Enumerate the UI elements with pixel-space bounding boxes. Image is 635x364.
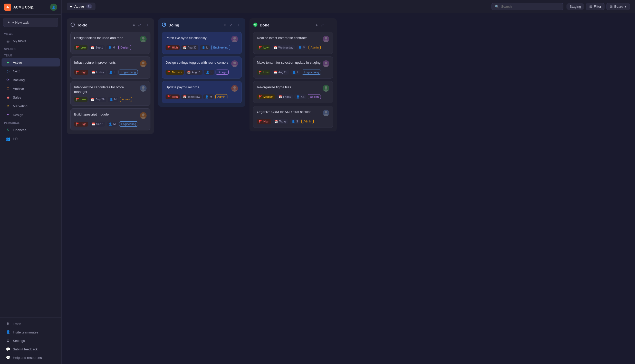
svg-marker-0 — [6, 6, 9, 8]
sidebar-item-finances[interactable]: $ Finances — [2, 126, 60, 134]
design-icon: ✦ — [6, 112, 10, 117]
card-avatar-c5 — [231, 36, 238, 42]
calendar-icon: 📅 — [183, 95, 187, 99]
svg-point-13 — [233, 62, 236, 64]
column-title-done: Done — [260, 23, 314, 27]
card-title-c4: Build typescript module — [74, 112, 140, 117]
card-title-c2: Infrastructure improvements — [74, 60, 140, 65]
priority-tag-c8: 🚩Low — [257, 45, 270, 50]
active-icon: ● — [6, 60, 10, 65]
user-avatar[interactable]: 👤 — [50, 4, 57, 11]
sidebar-item-next[interactable]: ▷ Next — [2, 67, 60, 75]
date-tag-c4: 📅Sep 1 — [90, 122, 105, 127]
settings-icon: ⚙ — [6, 338, 10, 343]
next-icon: ▷ — [6, 69, 10, 73]
card-c6[interactable]: Design settings toggles with round corne… — [162, 56, 242, 79]
card-c3[interactable]: Interview the candidates for office mana… — [70, 81, 150, 106]
svg-point-4 — [142, 62, 145, 64]
svg-point-24 — [325, 111, 327, 113]
sidebar-item-invite[interactable]: 👤 Invite teammates — [2, 328, 60, 336]
sidebar-item-help[interactable]: 💬 Help and resources — [2, 353, 60, 362]
sidebar-item-label: Design — [13, 113, 23, 117]
sidebar-item-design[interactable]: ✦ Design — [2, 111, 60, 119]
card-c11[interactable]: Organize CRM for SDR strat session 🚩High… — [253, 106, 333, 128]
card-top-c4: Build typescript module — [74, 112, 147, 119]
chevron-down-icon: ▾ — [625, 5, 627, 8]
label-tag-c5: Engineering — [211, 45, 230, 50]
card-meta-c7: 🚩High 📅Tomorrow 👤M Admin — [166, 94, 238, 99]
sidebar-item-trash[interactable]: 🗑 Trash — [2, 320, 60, 328]
person-icon: 👤 — [109, 71, 113, 74]
card-c5[interactable]: Patch live-sync functionality 🚩High 📅Aug… — [162, 32, 242, 54]
column-add-todo[interactable]: ＋ — [144, 22, 150, 28]
sidebar-item-marketing[interactable]: ⊕ Marketing — [2, 102, 60, 110]
date-tag-c7: 📅Tomorrow — [181, 94, 202, 99]
column-expand-doing[interactable]: ⤢ — [228, 22, 234, 28]
sidebar-item-backlog[interactable]: ⟳ Backlog — [2, 76, 60, 84]
column-add-doing[interactable]: ＋ — [236, 22, 242, 28]
card-meta-c9: 🚩Low 📅Aug 29 👤L Engineering — [257, 70, 329, 75]
new-task-button[interactable]: ＋ + New task — [3, 18, 58, 27]
card-meta-c10: 🚩Medium 📅Friday 👤XS Design — [257, 94, 329, 99]
sidebar-item-label: Invite teammates — [13, 330, 38, 334]
date-tag-c9: 📅Aug 29 — [272, 70, 289, 75]
sidebar-item-label: HR — [13, 137, 18, 141]
card-c8[interactable]: Redline latest enterprise contracts 🚩Low… — [253, 32, 333, 54]
marketing-icon: ⊕ — [6, 104, 10, 108]
sidebar-item-label: Archive — [13, 87, 24, 91]
search-input[interactable] — [501, 5, 560, 8]
label-tag-c2: Engineering — [119, 70, 138, 75]
column-icon-todo — [70, 22, 75, 28]
card-c1[interactable]: Design tooltips for undo and redo 🚩Low 📅… — [70, 32, 150, 54]
board-button[interactable]: ⊞ Board ▾ — [607, 3, 630, 10]
svg-point-8 — [142, 113, 145, 116]
label-tag-c3: Admin — [120, 97, 132, 102]
priority-tag-c10: 🚩Medium — [257, 94, 275, 99]
sidebar-item-archive[interactable]: ⊡ Archive — [2, 84, 60, 93]
help-icon: 💬 — [6, 355, 10, 360]
sidebar-item-my-tasks[interactable]: ◎ My tasks — [2, 37, 60, 45]
card-c7[interactable]: Update payroll records 🚩High 📅Tomorrow 👤… — [162, 81, 242, 103]
column-add-done[interactable]: ＋ — [327, 22, 333, 28]
team-label: TEAM — [0, 52, 61, 58]
sidebar-item-label: Backlog — [13, 78, 25, 82]
card-avatar-c6 — [231, 60, 238, 67]
sidebar-item-settings[interactable]: ⚙ Settings — [2, 337, 60, 345]
card-top-c2: Infrastructure improvements — [74, 60, 147, 67]
person-icon: 👤 — [206, 71, 209, 74]
card-c4[interactable]: Build typescript module 🚩High 📅Sep 1 👤M — [70, 108, 150, 130]
sidebar-item-feedback[interactable]: 💬 Submit feedback — [2, 345, 60, 353]
column-expand-todo[interactable]: ⤢ — [137, 22, 142, 28]
card-meta-c5: 🚩High 📅Aug 30 👤L Engineering — [166, 45, 238, 50]
person-icon: 👤 — [205, 95, 209, 99]
tab-active-count: 11 — [86, 4, 92, 8]
column-header-done: Done 4 ⤢ ＋ — [253, 22, 333, 28]
label-tag-c8: Admin — [309, 45, 321, 50]
search-bar[interactable]: 🔍 — [492, 3, 563, 10]
sidebar-item-active[interactable]: ● Active — [2, 58, 60, 66]
priority-tag-c7: 🚩High — [166, 94, 180, 99]
flag-icon: 🚩 — [259, 71, 262, 74]
personal-label: PERSONAL — [0, 119, 61, 126]
filter-button[interactable]: ⊟ Filter — [586, 3, 604, 10]
sidebar-item-label: Submit feedback — [13, 347, 38, 351]
tab-active[interactable]: ● Active 11 — [67, 3, 95, 10]
sidebar-item-sales[interactable]: ◆ Sales — [2, 93, 60, 101]
card-top-c3: Interview the candidates for office mana… — [74, 85, 147, 94]
flag-icon: 🚩 — [76, 46, 80, 49]
card-title-c10: Re-organize figma files — [257, 85, 323, 90]
sidebar-item-hr[interactable]: 👥 HR — [2, 135, 60, 143]
topbar-right: Staging ⊟ Filter ⊞ Board ▾ — [566, 3, 630, 10]
sidebar-item-label: Marketing — [13, 104, 27, 108]
new-task-icon: ＋ — [7, 20, 10, 25]
person-icon: 👤 — [298, 46, 302, 49]
card-c10[interactable]: Re-organize figma files 🚩Medium 📅Friday … — [253, 81, 333, 103]
card-c9[interactable]: Make tenant for selection update in stag… — [253, 56, 333, 79]
assignee-tag-c3: 👤M — [108, 97, 118, 102]
card-c2[interactable]: Infrastructure improvements 🚩High 📅Frida… — [70, 56, 150, 79]
sales-icon: ◆ — [6, 95, 10, 100]
card-avatar-c4 — [140, 112, 147, 119]
svg-point-6 — [142, 86, 145, 89]
column-expand-done[interactable]: ⤢ — [320, 22, 325, 28]
label-tag-c7: Admin — [215, 94, 227, 99]
